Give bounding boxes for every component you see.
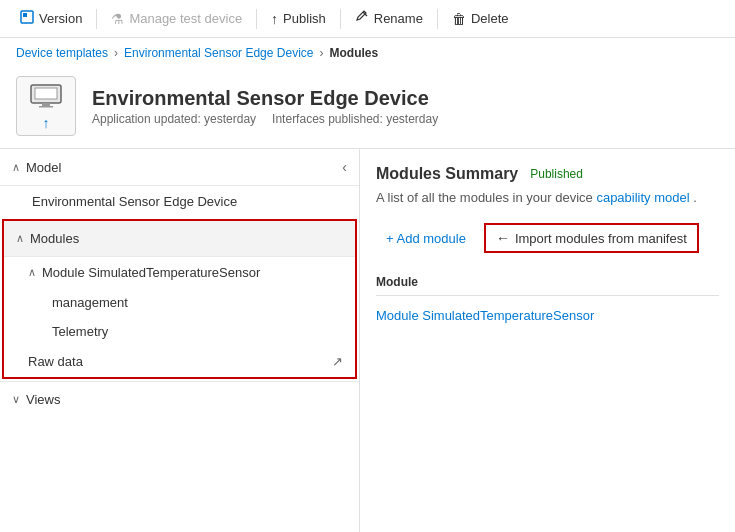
raw-data-label: Raw data: [28, 354, 83, 369]
page-title: Environmental Sensor Edge Device: [92, 87, 438, 110]
rename-icon: [355, 10, 369, 27]
header-section: ↑ Environmental Sensor Edge Device Appli…: [0, 68, 735, 148]
telemetry-label: Telemetry: [52, 324, 108, 339]
views-section-label: Views: [26, 392, 60, 407]
interfaces-text: Interfaces published: yesterday: [272, 112, 438, 126]
add-module-label: + Add module: [386, 231, 466, 246]
breadcrumb-item-device[interactable]: Environmental Sensor Edge Device: [124, 46, 313, 60]
delete-label: Delete: [471, 11, 509, 26]
model-collapse-icon: ∧: [12, 161, 20, 174]
toolbar: Version ⚗ Manage test device ↑ Publish R…: [0, 0, 735, 38]
action-bar: + Add module ← Import modules from manif…: [376, 223, 719, 253]
manage-test-device-button[interactable]: ⚗ Manage test device: [103, 7, 250, 31]
rename-label: Rename: [374, 11, 423, 26]
manage-test-device-label: Manage test device: [129, 11, 242, 26]
left-panel: ∧ Model ‹ Environmental Sensor Edge Devi…: [0, 149, 360, 532]
version-icon: [20, 10, 34, 27]
device-icon-arrow: ↑: [43, 115, 50, 131]
svg-rect-6: [39, 106, 53, 108]
modules-summary-header: Modules Summary Published: [376, 165, 719, 183]
divider-4: [437, 9, 438, 29]
breadcrumb: Device templates › Environmental Sensor …: [0, 38, 735, 68]
main-content: ∧ Model ‹ Environmental Sensor Edge Devi…: [0, 148, 735, 532]
modules-summary-desc: A list of all the modules in your device…: [376, 189, 719, 207]
delete-icon: 🗑: [452, 11, 466, 27]
divider-1: [96, 9, 97, 29]
views-section-header[interactable]: ∨ Views: [0, 381, 359, 417]
expand-icon: ↗: [332, 354, 343, 369]
divider-3: [340, 9, 341, 29]
modules-collapse-icon: ∧: [16, 232, 24, 245]
svg-rect-5: [42, 103, 50, 106]
device-icon-graphic: [29, 81, 63, 115]
publish-label: Publish: [283, 11, 326, 26]
module-subsection-collapse-icon: ∧: [28, 266, 36, 279]
desc-end: .: [693, 190, 697, 205]
modules-section-header[interactable]: ∧ Modules: [4, 221, 355, 257]
module-link[interactable]: Module SimulatedTemperatureSensor: [376, 308, 594, 323]
model-collapse-right-icon: ‹: [342, 159, 347, 175]
module-column-header: Module: [376, 275, 418, 289]
breadcrumb-sep-1: ›: [114, 46, 118, 60]
views-collapse-icon: ∨: [12, 393, 20, 406]
svg-rect-1: [23, 13, 27, 17]
breadcrumb-sep-2: ›: [319, 46, 323, 60]
module-table-header: Module: [376, 269, 719, 296]
right-panel: Modules Summary Published A list of all …: [360, 149, 735, 532]
desc-text: A list of all the modules in your device: [376, 190, 593, 205]
modules-group: ∧ Modules ∧ Module SimulatedTemperatureS…: [2, 219, 357, 379]
breadcrumb-item-device-templates[interactable]: Device templates: [16, 46, 108, 60]
nav-management-item[interactable]: management: [4, 288, 355, 317]
nav-raw-data-item[interactable]: Raw data ↗: [4, 346, 355, 377]
updated-text: Application updated: yesterday: [92, 112, 256, 126]
publish-icon: ↑: [271, 11, 278, 27]
published-badge: Published: [530, 167, 583, 181]
modules-section-label: Modules: [30, 231, 79, 246]
import-modules-button[interactable]: ← Import modules from manifest: [484, 223, 699, 253]
rename-button[interactable]: Rename: [347, 6, 431, 31]
model-item-label: Environmental Sensor Edge Device: [32, 194, 237, 209]
add-module-button[interactable]: + Add module: [376, 226, 476, 251]
model-section-title: ∧ Model: [12, 160, 61, 175]
breadcrumb-current: Modules: [329, 46, 378, 60]
model-section-header[interactable]: ∧ Model ‹: [0, 149, 359, 186]
management-label: management: [52, 295, 128, 310]
publish-button[interactable]: ↑ Publish: [263, 7, 334, 31]
module-subsection-header[interactable]: ∧ Module SimulatedTemperatureSensor: [4, 257, 355, 288]
model-section-label: Model: [26, 160, 61, 175]
import-label: Import modules from manifest: [515, 231, 687, 246]
divider-2: [256, 9, 257, 29]
version-label: Version: [39, 11, 82, 26]
delete-button[interactable]: 🗑 Delete: [444, 7, 517, 31]
modules-section-title: ∧ Modules: [16, 231, 79, 246]
import-icon: ←: [496, 230, 510, 246]
header-meta: Application updated: yesterday Interface…: [92, 112, 438, 126]
nav-telemetry-item[interactable]: Telemetry: [4, 317, 355, 346]
device-icon: ↑: [16, 76, 76, 136]
model-item[interactable]: Environmental Sensor Edge Device: [0, 186, 359, 217]
header-text: Environmental Sensor Edge Device Applica…: [92, 87, 438, 126]
version-button[interactable]: Version: [12, 6, 90, 31]
module-subsection: ∧ Module SimulatedTemperatureSensor mana…: [4, 257, 355, 346]
manage-test-device-icon: ⚗: [111, 11, 124, 27]
modules-summary-title: Modules Summary: [376, 165, 518, 183]
module-subsection-label: Module SimulatedTemperatureSensor: [42, 265, 260, 280]
svg-rect-4: [35, 88, 57, 99]
module-row: Module SimulatedTemperatureSensor: [376, 302, 719, 329]
capability-model-link[interactable]: capability model: [596, 190, 689, 205]
